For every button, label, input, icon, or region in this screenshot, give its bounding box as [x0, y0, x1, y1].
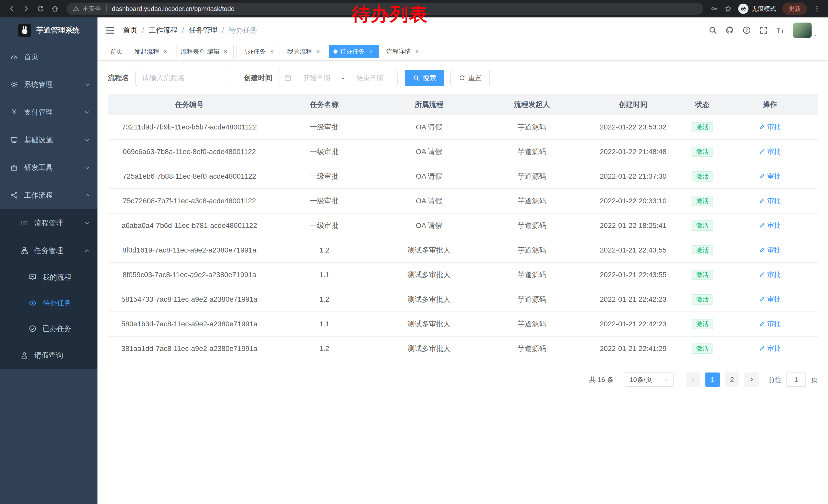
sidebar-item-process-manage[interactable]: 流程管理 — [0, 209, 97, 237]
update-button[interactable]: 更新 — [782, 3, 807, 15]
tab-label: 已办任务 — [241, 47, 266, 56]
status-badge: 激活 — [692, 147, 713, 157]
table-row: 58154733-7ac8-11ec-a9e2-a2380e71991a1.2测… — [108, 287, 818, 312]
approve-link[interactable]: 审批 — [759, 172, 781, 181]
approve-label: 审批 — [767, 344, 781, 353]
column-header: 状态 — [683, 94, 722, 115]
fullscreen-icon[interactable] — [759, 26, 768, 35]
table-row: 73211d9d-7b9b-11ec-b5b7-acde48001122一级审批… — [108, 115, 818, 139]
back-icon[interactable] — [5, 2, 18, 15]
app-frame: 芋道管理系统 首页系统管理支付管理基础设施研发工具工作流程流程管理任务管理我的流… — [0, 17, 828, 504]
todo-task-icon — [29, 299, 36, 307]
breadcrumb-item[interactable]: 首页 — [123, 26, 137, 35]
process-name-input[interactable] — [135, 70, 230, 86]
approve-link[interactable]: 审批 — [759, 295, 781, 304]
forward-icon[interactable] — [19, 2, 33, 15]
page-size-select[interactable]: 10条/页 — [625, 372, 673, 387]
created-time-cell: 2022-01-22 23:53:32 — [584, 115, 683, 139]
approve-label: 审批 — [767, 196, 781, 205]
approve-link[interactable]: 审批 — [759, 270, 781, 279]
approve-link[interactable]: 审批 — [759, 147, 781, 156]
home-icon[interactable] — [48, 2, 61, 15]
sidebar-item-devtools[interactable]: 研发工具 — [0, 154, 97, 182]
sidebar-item-my-process[interactable]: 我的流程 — [0, 265, 97, 290]
tab-label: 我的流程 — [287, 47, 312, 56]
breadcrumb-separator: / — [222, 26, 224, 34]
infrastructure-icon — [10, 136, 18, 144]
tab-start-process[interactable]: 发起流程× — [130, 45, 173, 58]
goto-page-input[interactable] — [786, 372, 806, 387]
close-icon[interactable]: × — [315, 48, 322, 55]
close-icon[interactable]: × — [413, 48, 421, 55]
approve-link[interactable]: 审批 — [759, 221, 781, 230]
sidebar-submenu: 流程管理任务管理我的流程待办任务已办任务请假查询 — [0, 209, 97, 369]
approve-link[interactable]: 审批 — [759, 319, 781, 328]
date-range-picker[interactable]: 开始日期 - 结束日期 — [279, 70, 398, 86]
github-icon[interactable] — [726, 26, 734, 35]
sidebar-item-payment-manage[interactable]: 支付管理 — [0, 98, 97, 126]
sidebar-item-system-manage[interactable]: 系统管理 — [0, 71, 97, 98]
avatar[interactable] — [793, 22, 812, 38]
approve-link[interactable]: 审批 — [759, 344, 781, 353]
approve-link[interactable]: 审批 — [759, 245, 781, 255]
page-button-1[interactable]: 1 — [705, 372, 720, 387]
column-header: 所属流程 — [378, 94, 481, 115]
edit-icon — [759, 247, 765, 253]
edit-icon — [759, 222, 765, 228]
page-button-2[interactable]: 2 — [725, 372, 739, 387]
prev-page-button[interactable] — [686, 372, 700, 387]
tab-my-process[interactable]: 我的流程× — [283, 45, 326, 58]
tab-home[interactable]: 首页 — [106, 45, 127, 58]
reset-button[interactable]: 重置 — [450, 70, 490, 86]
next-page-button[interactable] — [744, 372, 759, 387]
refresh-icon[interactable] — [34, 2, 47, 15]
sidebar-item-leave-query[interactable]: 请假查询 — [0, 341, 97, 369]
breadcrumb-item[interactable]: 任务管理 — [189, 26, 217, 35]
hamburger-icon[interactable] — [105, 25, 115, 35]
status-badge: 激活 — [692, 171, 713, 182]
tab-process-detail[interactable]: 流程详情× — [382, 45, 425, 58]
sidebar-item-home[interactable]: 首页 — [0, 43, 97, 71]
close-icon[interactable]: × — [162, 48, 169, 55]
help-icon[interactable]: ? — [742, 26, 751, 35]
sidebar-item-todo-task[interactable]: 待办任务 — [0, 290, 97, 316]
font-size-icon[interactable]: TT — [776, 26, 785, 35]
close-icon[interactable]: × — [367, 48, 374, 55]
initiator-cell: 芋道源码 — [481, 115, 583, 139]
created-time-cell: 2022-01-21 22:42:23 — [584, 287, 683, 312]
table-row: 069c6a63-7b8a-11ec-8ef0-acde48001122一级审批… — [108, 139, 818, 164]
action-cell: 审批 — [722, 238, 818, 263]
task-name-cell: 一级审批 — [271, 164, 378, 189]
page-size-value: 10条/页 — [629, 375, 652, 384]
key-icon[interactable] — [710, 5, 718, 12]
user-menu[interactable] — [793, 22, 818, 38]
approve-link[interactable]: 审批 — [759, 122, 781, 131]
status-cell: 激活 — [683, 164, 722, 189]
tab-form-edit[interactable]: 流程表单-编辑× — [176, 45, 234, 58]
tab-done-tasks[interactable]: 已办任务× — [237, 45, 280, 58]
table-row: 580e1b3d-7ac8-11ec-a9e2-a2380e71991a1.1测… — [108, 312, 818, 336]
chevron-down-icon — [84, 109, 90, 116]
breadcrumb-item[interactable]: 工作流程 — [149, 26, 177, 35]
approve-link[interactable]: 审批 — [759, 196, 781, 205]
search-icon[interactable] — [708, 26, 717, 35]
task-name-cell: 1.1 — [271, 312, 378, 336]
sidebar-item-task-manage[interactable]: 任务管理 — [0, 237, 97, 265]
more-menu-icon[interactable] — [813, 5, 821, 12]
search-button[interactable]: 搜索 — [405, 70, 444, 86]
close-icon[interactable]: × — [268, 48, 276, 55]
tab-label: 流程表单-编辑 — [180, 47, 219, 56]
app-logo[interactable]: 芋道管理系统 — [0, 17, 97, 43]
pagination: 共 16 条 10条/页 12 前往 页 — [108, 372, 818, 387]
task-name-cell: 1.1 — [271, 263, 378, 287]
star-icon[interactable] — [724, 5, 732, 12]
sidebar-item-label: 我的流程 — [43, 273, 71, 282]
sidebar-item-workflow[interactable]: 工作流程 — [0, 182, 97, 209]
tab-todo-tasks[interactable]: 待办任务× — [329, 45, 379, 58]
sidebar-item-infrastructure[interactable]: 基础设施 — [0, 126, 97, 154]
calendar-icon — [284, 74, 291, 82]
sidebar-item-done-task[interactable]: 已办任务 — [0, 316, 97, 341]
status-badge: 激活 — [692, 319, 713, 329]
annotation-overlay-text: 待办列表 — [352, 5, 428, 24]
close-icon[interactable]: × — [222, 48, 229, 55]
